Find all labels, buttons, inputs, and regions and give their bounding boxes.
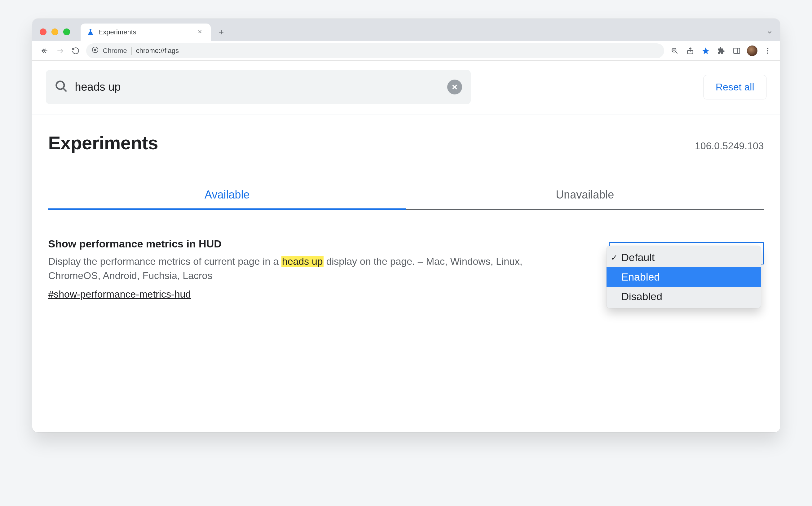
dropdown-option-disabled[interactable]: Disabled <box>606 287 761 306</box>
dropdown-option-label: Disabled <box>621 290 662 302</box>
chrome-icon <box>92 47 98 55</box>
forward-button[interactable] <box>53 44 68 58</box>
side-panel-icon[interactable] <box>729 44 744 58</box>
svg-point-8 <box>56 81 64 89</box>
search-icon <box>55 80 68 94</box>
flag-title: Show performance metrics in HUD <box>48 238 564 250</box>
page-title: Experiments <box>48 132 158 154</box>
back-button[interactable] <box>37 44 52 58</box>
flag-anchor-link[interactable]: #show-performance-metrics-hud <box>48 288 191 300</box>
close-tab-button[interactable] <box>195 27 205 37</box>
omnibox-scheme-label: Chrome <box>103 47 127 55</box>
svg-point-7 <box>767 52 768 54</box>
close-window-button[interactable] <box>40 28 47 35</box>
dropdown-option-label: Default <box>621 251 655 263</box>
profile-avatar[interactable] <box>745 44 760 58</box>
flag-state-dropdown[interactable]: ✓ Default Enabled Disabled <box>609 242 764 264</box>
browser-tab[interactable]: Experiments <box>81 23 211 41</box>
maximize-window-button[interactable] <box>63 28 70 35</box>
dropdown-option-default[interactable]: ✓ Default <box>606 248 761 267</box>
page-header: Experiments 106.0.5249.103 <box>40 115 772 154</box>
avatar-image <box>747 46 757 56</box>
tab-unavailable[interactable]: Unavailable <box>406 181 764 209</box>
dropdown-option-enabled[interactable]: Enabled <box>606 267 761 287</box>
chrome-version: 106.0.5249.103 <box>695 140 764 152</box>
flask-icon <box>87 28 94 36</box>
flag-entry: Show performance metrics in HUD Display … <box>40 210 772 300</box>
tab-strip: Experiments <box>32 19 780 41</box>
kebab-menu-icon[interactable] <box>760 44 775 58</box>
new-tab-button[interactable] <box>214 25 229 39</box>
flag-description-highlight: heads up <box>281 256 323 267</box>
browser-window: Experiments Chrome chrome <box>32 19 780 432</box>
svg-point-1 <box>94 49 96 51</box>
minimize-window-button[interactable] <box>52 28 58 35</box>
reload-button[interactable] <box>68 44 83 58</box>
flag-description-pre: Display the performance metrics of curre… <box>48 256 281 267</box>
bookmark-star-icon[interactable] <box>698 44 713 58</box>
share-icon[interactable] <box>683 44 697 58</box>
experiment-tabs: Available Unavailable <box>48 181 764 210</box>
omnibox-url: chrome://flags <box>136 47 179 55</box>
omnibox-divider <box>131 47 132 55</box>
search-row: Reset all <box>32 61 780 115</box>
window-controls <box>36 28 73 41</box>
tab-available[interactable]: Available <box>48 181 406 209</box>
flags-search-box[interactable] <box>46 70 471 104</box>
address-bar[interactable]: Chrome chrome://flags <box>86 44 664 58</box>
tab-title: Experiments <box>98 28 191 36</box>
zoom-icon[interactable] <box>667 44 682 58</box>
flag-text: Show performance metrics in HUD Display … <box>48 238 564 300</box>
dropdown-option-label: Enabled <box>621 271 660 283</box>
flag-description: Display the performance metrics of curre… <box>48 254 564 283</box>
reset-all-button[interactable]: Reset all <box>704 75 766 99</box>
svg-point-6 <box>767 50 768 51</box>
checkmark-icon: ✓ <box>611 253 618 262</box>
flags-search-input[interactable] <box>75 81 441 93</box>
toolbar: Chrome chrome://flags <box>32 41 780 61</box>
tab-search-button[interactable] <box>763 26 776 38</box>
flags-page: Reset all Experiments 106.0.5249.103 Ava… <box>32 61 780 432</box>
svg-point-5 <box>767 48 768 49</box>
extensions-icon[interactable] <box>714 44 729 58</box>
svg-rect-4 <box>734 48 740 53</box>
clear-search-button[interactable] <box>447 80 462 94</box>
dropdown-listbox: ✓ Default Enabled Disabled <box>606 246 761 308</box>
